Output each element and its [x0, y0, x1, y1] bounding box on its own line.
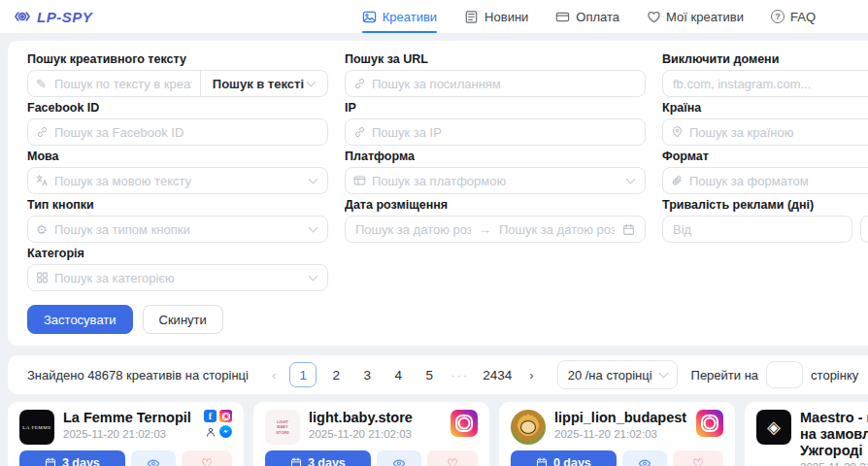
instagram-icon [451, 410, 478, 437]
date-from-input[interactable] [353, 216, 473, 242]
heart-icon: ♡ [201, 456, 213, 466]
button-type-select[interactable] [28, 216, 306, 242]
view-button[interactable] [131, 450, 177, 466]
field-label: Пошук за URL [345, 52, 646, 66]
view-button[interactable] [622, 450, 668, 466]
page-last[interactable]: 2434 [479, 362, 516, 387]
days-active-button[interactable]: 0 days [511, 450, 617, 466]
chevron-down-icon [309, 272, 318, 282]
heart-icon: ♡ [692, 456, 704, 466]
creative-date: 2025-11-20 21:02:03 [800, 461, 868, 466]
eye-icon [638, 458, 651, 466]
field-facebook-id: Facebook ID [27, 101, 328, 146]
facebook-icon: f [204, 410, 217, 422]
days-label: 3 days [62, 456, 100, 466]
creative-card[interactable]: lippi_lion_budapest 2025-11-20 21:02:03 … [499, 402, 735, 466]
audience-network-icon [204, 425, 217, 438]
favorite-button[interactable]: ♡ [427, 450, 478, 466]
news-icon [464, 10, 479, 24]
format-input[interactable] [663, 168, 868, 193]
calendar-icon [45, 457, 56, 466]
country-input[interactable] [663, 119, 868, 145]
next-page-button[interactable]: › [523, 368, 539, 383]
platform-badges [451, 410, 478, 437]
field-url: Пошук за URL [345, 52, 646, 97]
nav-label: Оплата [576, 10, 619, 24]
nav-my-creatives[interactable]: Мої креативи [647, 0, 744, 33]
field-label: Тривалість реклами (дні) [662, 198, 868, 212]
advertiser-avatar: LA FEMME [19, 410, 54, 445]
goto-page-input[interactable] [766, 361, 803, 388]
nav-creatives[interactable]: Креативи [362, 0, 437, 33]
duration-from-input[interactable] [663, 216, 851, 242]
days-active-button[interactable]: 3 days [265, 450, 371, 466]
field-button-type: Тип кнопки ⚙ [27, 198, 328, 243]
image-icon [362, 10, 377, 24]
calendar-icon [536, 457, 548, 466]
arrow-right-icon: → [479, 222, 491, 237]
nav-label: Мої креативи [666, 10, 744, 24]
language-select[interactable] [28, 168, 306, 193]
brand-name: LP-SPY [37, 9, 92, 25]
text-search-mode-select[interactable]: Пошук в тексті [200, 71, 327, 96]
creative-card[interactable]: ◈ Maestro - кухні, меблі на замовлення в… [745, 402, 868, 466]
location-pin-icon [671, 126, 684, 139]
page-4[interactable]: 4 [386, 362, 410, 387]
brand-logo[interactable]: LP-SPY [14, 8, 92, 25]
field-format: Формат [662, 150, 868, 194]
field-label: Категорія [27, 247, 328, 260]
page-3[interactable]: 3 [355, 362, 379, 387]
top-header: LP-SPY Креативи Новини Оплата Мої [0, 0, 868, 33]
nav-news[interactable]: Новини [464, 0, 528, 33]
view-button[interactable] [377, 450, 422, 466]
nav-faq[interactable]: ? FAQ [771, 0, 816, 33]
page-size-value: 20 /на сторінці [568, 368, 652, 383]
link-icon [36, 126, 49, 139]
creative-date: 2025-11-20 21:02:03 [554, 428, 686, 440]
advertiser-name: La Femme Ternopil [63, 410, 191, 426]
url-input[interactable] [346, 71, 645, 96]
link-icon [353, 126, 366, 139]
duration-to-input[interactable] [861, 216, 868, 242]
field-country: Країна [662, 101, 868, 146]
prev-page-button[interactable]: ‹ [266, 368, 282, 383]
advertiser-name: light.baby.store [309, 410, 413, 426]
platform-select[interactable] [346, 168, 623, 193]
field-label: Платформа [345, 150, 646, 163]
pencil-icon: ✎ [36, 78, 47, 90]
page-5[interactable]: 5 [417, 362, 441, 387]
advertiser-avatar: LIGHTBABYSTORE [265, 410, 300, 445]
facebook-id-input[interactable] [28, 119, 327, 145]
page-2[interactable]: 2 [324, 362, 348, 387]
apply-button[interactable]: Застосувати [27, 305, 133, 334]
field-category: Категорія [27, 247, 328, 291]
page-size-select[interactable]: 20 /на сторінці [557, 360, 678, 389]
creative-card[interactable]: LA FEMME La Femme Ternopil 2025-11-20 21… [8, 402, 244, 466]
platform-badges: f [204, 410, 232, 438]
favorite-button[interactable]: ♡ [182, 450, 232, 466]
results-summary: Знайдено 48678 креативів на сторінці [27, 368, 249, 383]
creatives-row: LA FEMME La Femme Ternopil 2025-11-20 21… [8, 402, 868, 466]
advertiser-avatar [511, 410, 546, 445]
paperclip-icon [671, 175, 684, 187]
days-active-button[interactable]: 3 days [19, 450, 125, 466]
question-circle-icon: ? [771, 10, 785, 23]
page-1[interactable]: 1 [289, 362, 317, 387]
heart-icon [647, 10, 661, 24]
exclude-domains-input[interactable] [663, 71, 868, 96]
field-label: Мова [27, 150, 328, 163]
ip-input[interactable] [346, 119, 645, 145]
category-select[interactable] [28, 265, 306, 290]
pagination-ellipsis[interactable]: ··· [449, 368, 471, 383]
nav-payment[interactable]: Оплата [555, 0, 619, 33]
reset-button[interactable]: Скинути [143, 305, 223, 334]
creative-card[interactable]: LIGHTBABYSTORE light.baby.store 2025-11-… [253, 402, 489, 466]
chevron-down-icon [309, 175, 318, 184]
messenger-icon [219, 425, 232, 438]
field-label: Формат [662, 150, 868, 163]
favorite-button[interactable]: ♡ [673, 450, 723, 466]
date-to-input[interactable] [497, 216, 617, 242]
chevron-down-icon [307, 78, 317, 87]
creative-text-input[interactable] [28, 71, 200, 96]
advertiser-name: lippi_lion_budapest [554, 410, 686, 426]
